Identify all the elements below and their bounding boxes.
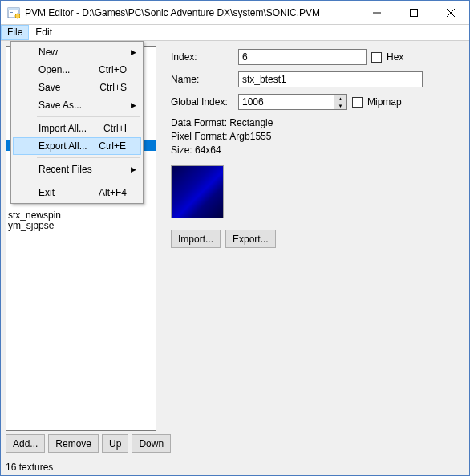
up-button[interactable]: Up [102,434,128,453]
mipmap-checkbox[interactable] [352,97,363,108]
menu-open[interactable]: Open...Ctrl+O [13,61,141,79]
name-label: Name: [171,74,233,85]
texture-info: Data Format: Rectangle Pixel Format: Arg… [171,116,460,157]
menu-new[interactable]: New▶ [13,43,141,61]
name-field[interactable] [238,71,423,87]
menu-export-all[interactable]: Export All...Ctrl+E [13,137,141,155]
svg-rect-6 [411,9,418,16]
data-format-label: Data Format: Rectangle [171,116,460,130]
svg-rect-2 [10,12,13,13]
list-buttons: Add... Remove Up Down [6,434,156,453]
menu-edit[interactable]: Edit [29,25,59,40]
menu-file[interactable]: File [1,25,29,40]
chevron-right-icon: ▶ [131,48,136,56]
list-visible-items: stx_newspin ym_sjppse [8,210,61,231]
remove-button[interactable]: Remove [48,434,99,453]
statusbar: 16 textures [1,458,469,475]
minimize-button[interactable] [359,1,395,24]
index-field[interactable] [238,49,367,65]
chevron-up-icon: ▲ [334,95,346,102]
menu-separator [37,116,140,117]
hex-checkbox[interactable] [371,52,382,63]
svg-point-4 [15,14,20,18]
window: PVM Editor - D:\Games\PC\Sonic Adventure… [0,0,470,476]
right-pane: Index: Hex Name: Global Index: ▲▼ Mipmap… [161,41,469,458]
menu-import-all[interactable]: Import All...Ctrl+I [13,120,141,137]
close-button[interactable] [432,1,469,24]
chevron-right-icon: ▶ [131,165,136,173]
svg-rect-3 [10,14,14,14]
index-label: Index: [171,51,233,63]
file-menu-dropdown: New▶ Open...Ctrl+O SaveCtrl+S Save As...… [10,41,144,204]
menu-separator [37,181,140,181]
app-icon [7,6,20,19]
menu-recent-files[interactable]: Recent Files▶ [13,161,141,178]
list-item[interactable]: ym_sjppse [8,221,61,231]
menu-separator [37,157,140,158]
menu-save[interactable]: SaveCtrl+S [13,79,141,96]
menu-save-as[interactable]: Save As...▶ [13,96,141,114]
chevron-right-icon: ▶ [131,101,136,109]
maximize-button[interactable] [395,1,432,24]
chevron-down-icon: ▼ [334,102,346,109]
add-button[interactable]: Add... [6,434,45,453]
menubar: File Edit [1,25,469,41]
status-text: 16 textures [6,462,53,473]
global-index-spinner[interactable]: ▲▼ [334,94,347,110]
hex-label: Hex [387,51,403,63]
menu-exit[interactable]: ExitAlt+F4 [13,184,141,201]
global-index-label: Global Index: [171,96,233,108]
global-index-field[interactable] [238,94,334,110]
pixel-format-label: Pixel Format: Argb1555 [171,130,460,144]
texture-preview [171,165,224,218]
window-title: PVM Editor - D:\Games\PC\Sonic Adventure… [25,7,359,18]
size-label: Size: 64x64 [171,144,460,157]
svg-rect-1 [8,8,19,10]
import-button[interactable]: Import... [171,230,221,248]
export-button[interactable]: Export... [225,230,276,248]
mipmap-label: Mipmap [367,96,402,108]
titlebar: PVM Editor - D:\Games\PC\Sonic Adventure… [1,1,469,25]
